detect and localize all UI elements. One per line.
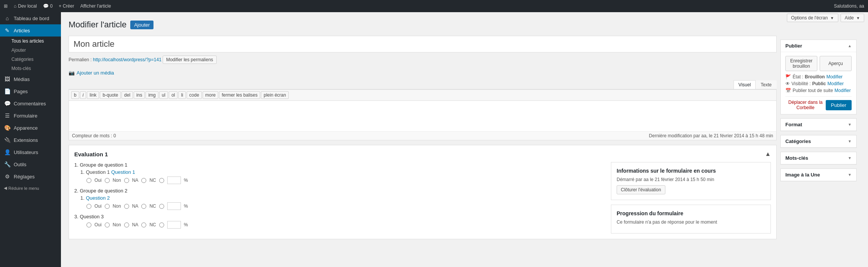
categories-box-header[interactable]: Catégories ▼ bbox=[781, 135, 856, 148]
site-name-link[interactable]: ⌂ Dev local bbox=[14, 3, 37, 9]
sidebar-item-reglages[interactable]: ⚙ Réglages bbox=[0, 170, 61, 183]
pct-input-1[interactable] bbox=[167, 176, 181, 184]
radio-oui-2[interactable] bbox=[86, 204, 91, 209]
editor-wrapper: b i link b-quote del ins img ul ol li co… bbox=[69, 89, 777, 140]
toolbar-code[interactable]: code bbox=[187, 91, 202, 99]
toolbar-ol[interactable]: ol bbox=[169, 91, 177, 99]
radio-nc-3[interactable] bbox=[141, 222, 146, 227]
image-box: Image à la Une ▼ bbox=[780, 168, 857, 181]
publish-button[interactable]: Publier bbox=[826, 100, 852, 110]
visibility-modify-link[interactable]: Modifier bbox=[827, 81, 844, 86]
radio-non-2[interactable] bbox=[105, 204, 110, 209]
permalink-link[interactable]: http://localhost/wordpress/?p=141 bbox=[93, 57, 163, 62]
sidebar-item-formulaire[interactable]: ☰ Formulaire bbox=[0, 110, 61, 122]
tools-icon: 🔧 bbox=[4, 161, 11, 167]
radio-nc-1[interactable] bbox=[141, 178, 146, 183]
format-box-header[interactable]: Format ▼ bbox=[781, 119, 856, 131]
article-title-input[interactable] bbox=[69, 36, 777, 52]
toolbar-li[interactable]: li bbox=[178, 91, 185, 99]
sidebar-item-pages[interactable]: 📄 Pages bbox=[0, 85, 61, 97]
view-article-link[interactable]: Afficher l'article bbox=[80, 3, 111, 9]
screen-options-button[interactable]: Options de l'écran ▼ bbox=[787, 14, 838, 22]
articles-submenu: Tous les articles Ajouter Catégories Mot… bbox=[0, 37, 61, 73]
help-button[interactable]: Aide ▼ bbox=[841, 14, 864, 22]
radio-na-1[interactable] bbox=[124, 178, 129, 183]
collapse-menu-button[interactable]: ◀ Réduire le menu bbox=[0, 183, 61, 194]
sidebar-subitem-categories[interactable]: Catégories bbox=[8, 55, 61, 64]
sidebar-item-articles[interactable]: ✎ Articles bbox=[0, 24, 61, 37]
create-link[interactable]: + Créer bbox=[59, 3, 74, 9]
sidebar-subitem-all-articles[interactable]: Tous les articles bbox=[8, 37, 61, 46]
comments-link[interactable]: 💬 0 bbox=[43, 3, 53, 9]
sidebar-subitem-motscles[interactable]: Mots-clés bbox=[8, 64, 61, 73]
editor-content[interactable] bbox=[69, 101, 776, 131]
motscles-box-header[interactable]: Mots-clés ▼ bbox=[781, 152, 856, 164]
word-count-bar: Compteur de mots : 0 Dernière modificati… bbox=[69, 131, 776, 140]
radio-extra-3[interactable] bbox=[159, 222, 164, 227]
modify-permalinks-button[interactable]: Modifier les permaliens bbox=[163, 56, 216, 64]
radio-row-1: Oui Non NA NC % bbox=[86, 176, 605, 184]
toolbar-ul[interactable]: ul bbox=[159, 91, 168, 99]
add-media-button[interactable]: 📷 Ajouter un média bbox=[69, 68, 114, 77]
tab-text[interactable]: Texte bbox=[756, 80, 777, 89]
preview-button[interactable]: Aperçu bbox=[820, 56, 852, 71]
publish-time-modify-link[interactable]: Modifier bbox=[834, 88, 851, 93]
question-link-1[interactable]: Question 1 bbox=[111, 169, 135, 175]
sidebar-item-outils[interactable]: 🔧 Outils bbox=[0, 158, 61, 170]
sidebar-item-medias[interactable]: 🖼 Médias bbox=[0, 73, 61, 85]
toolbar-img[interactable]: img bbox=[145, 91, 158, 99]
radio-extra-2[interactable] bbox=[159, 204, 164, 209]
toolbar-bold[interactable]: b bbox=[71, 91, 79, 99]
sidebar-item-apparence[interactable]: 🎨 Apparence bbox=[0, 122, 61, 134]
save-draft-button[interactable]: Enregistrer brouillon bbox=[785, 56, 817, 71]
radio-non-3[interactable] bbox=[105, 222, 110, 227]
toolbar-bquote[interactable]: b-quote bbox=[100, 91, 121, 99]
calendar-icon: 📅 bbox=[785, 88, 791, 93]
radio-non-1[interactable] bbox=[105, 178, 110, 183]
radio-na-3[interactable] bbox=[124, 222, 129, 227]
toolbar-ins[interactable]: ins bbox=[134, 91, 145, 99]
radio-extra-1[interactable] bbox=[159, 178, 164, 183]
toolbar-fullscreen[interactable]: plein écran bbox=[261, 91, 289, 99]
tab-visual[interactable]: Visuel bbox=[734, 80, 756, 89]
image-box-header[interactable]: Image à la Une ▼ bbox=[781, 169, 856, 181]
sidebar-item-extensions[interactable]: 🔌 Extensions bbox=[0, 134, 61, 146]
toolbar-close-tags[interactable]: fermer les balises bbox=[219, 91, 260, 99]
publish-box-header[interactable]: Publier ▲ bbox=[781, 40, 856, 52]
group-title-2: 2. Groupe de question 2 bbox=[74, 188, 605, 194]
pct-input-3[interactable] bbox=[167, 221, 181, 229]
eval-header: Evaluation 1 ▲ bbox=[74, 151, 771, 157]
evaluation-box: Evaluation 1 ▲ 1. Groupe de question 1 bbox=[69, 145, 777, 239]
question-link-2[interactable]: Question 2 bbox=[86, 195, 110, 201]
sidebar-subitem-add[interactable]: Ajouter bbox=[8, 46, 61, 55]
radio-nc-2[interactable] bbox=[141, 204, 146, 209]
editor-toolbar: b i link b-quote del ins img ul ol li co… bbox=[69, 90, 776, 101]
question-group-2: 2. Groupe de question 2 1. Question 2 Ou… bbox=[74, 188, 605, 210]
wp-logo[interactable]: ⊞ bbox=[4, 3, 8, 9]
close-eval-button[interactable]: Clôturer l'évaluation bbox=[617, 185, 665, 194]
sidebar-item-commentaires[interactable]: 💬 Commentaires bbox=[0, 97, 61, 110]
radio-oui-3[interactable] bbox=[86, 222, 91, 227]
toolbar-del[interactable]: del bbox=[121, 91, 133, 99]
pct-input-2[interactable] bbox=[167, 202, 181, 210]
radio-oui-1[interactable] bbox=[86, 178, 91, 183]
add-button[interactable]: Ajouter bbox=[130, 21, 153, 29]
sidebar-item-dashboard[interactable]: ⌂ Tableau de bord bbox=[0, 12, 61, 24]
question-group-3: 3. Question 3 Oui Non NA bbox=[74, 214, 605, 229]
toolbar-more[interactable]: more bbox=[203, 91, 218, 99]
collapse-icon: ◀ bbox=[4, 186, 7, 191]
group-title-3: 3. Question 3 bbox=[74, 214, 605, 219]
toolbar-italic[interactable]: i bbox=[80, 91, 86, 99]
progress-card-title: Progression du formulaire bbox=[617, 210, 765, 216]
sidebar-item-utilisateurs[interactable]: 👤 Utilisateurs bbox=[0, 146, 61, 158]
greeting: Salutations, aa bbox=[834, 3, 864, 9]
radio-na-2[interactable] bbox=[124, 204, 129, 209]
word-count-label: Compteur de mots : 0 bbox=[72, 133, 116, 138]
progress-card: Progression du formulaire Ce formulaire … bbox=[611, 205, 771, 234]
media-icon: 🖼 bbox=[4, 76, 11, 82]
state-modify-link[interactable]: Modifier bbox=[826, 74, 843, 79]
eval-collapse-button[interactable]: ▲ bbox=[765, 151, 771, 157]
group-title-1: 1. Groupe de question 1 bbox=[74, 162, 605, 168]
trash-button[interactable]: Déplacer dans la Corbeille bbox=[785, 100, 826, 110]
toolbar-link[interactable]: link bbox=[87, 91, 99, 99]
